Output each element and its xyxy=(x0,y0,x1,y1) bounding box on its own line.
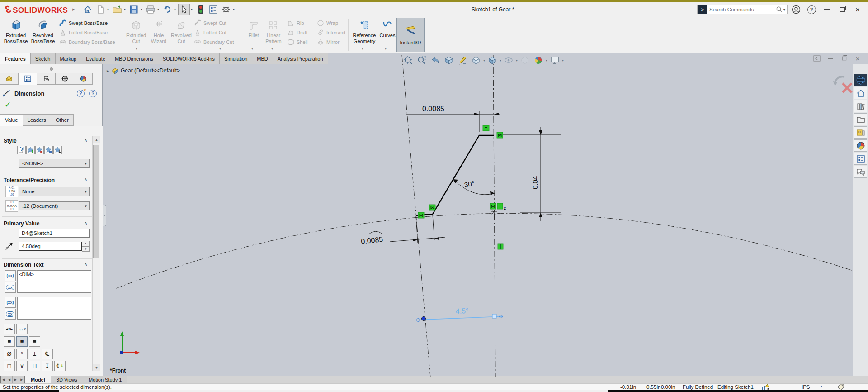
reference-geometry-button[interactable]: Reference Geometry xyxy=(350,18,379,52)
view-settings-dropdown-icon[interactable]: ▾ xyxy=(562,58,564,62)
logo-flyout-arrow[interactable]: ▸ xyxy=(72,6,75,12)
dimension-text-collapse-icon[interactable]: ∧ xyxy=(84,262,87,267)
tab-markup[interactable]: Markup xyxy=(56,53,82,64)
file-properties-button[interactable] xyxy=(208,4,219,15)
wrap-button[interactable]: Wrap xyxy=(316,19,338,28)
doc-minimize-button[interactable] xyxy=(825,54,836,63)
tolerance-section-header[interactable]: Tolerance/Precision xyxy=(4,177,55,183)
precision-dropdown[interactable]: .12 (Document)▾ xyxy=(19,201,90,210)
tab-motion-study[interactable]: Motion Study 1 xyxy=(83,376,127,383)
primary-value-section-header[interactable]: Primary Value xyxy=(4,220,39,227)
swept-boss-base-button[interactable]: Swept Boss/Base xyxy=(59,19,108,28)
revolved-cut-button[interactable]: Revolved Cut xyxy=(168,18,194,52)
cut-dropdown-icon[interactable]: ▾ xyxy=(136,47,137,51)
options-button[interactable] xyxy=(220,4,232,15)
load-style-button[interactable] xyxy=(53,146,62,154)
revolved-boss-base-button[interactable]: Revolved Boss/Base xyxy=(30,18,56,52)
save-style-button[interactable] xyxy=(44,146,53,154)
open-dropdown-icon[interactable]: ▾ xyxy=(124,7,126,11)
rebuild-button[interactable] xyxy=(195,4,207,15)
align-left-button[interactable]: ≡ xyxy=(4,336,15,347)
tolerance-collapse-icon[interactable]: ∧ xyxy=(84,177,87,182)
scroll-down-icon[interactable]: ▼ xyxy=(93,364,100,371)
breadcrumb-expand-icon[interactable]: ▸ xyxy=(107,68,109,73)
restore-button[interactable] xyxy=(835,4,849,15)
add-style-button[interactable] xyxy=(26,146,35,154)
intersect-button[interactable]: Intersect xyxy=(316,28,345,37)
tab-leaders[interactable]: Leaders xyxy=(23,114,52,126)
print-button[interactable] xyxy=(145,4,156,15)
extruded-boss-base-button[interactable]: Extruded Boss/Base xyxy=(3,18,29,52)
view-palette-button[interactable] xyxy=(854,126,867,139)
tab-other[interactable]: Other xyxy=(51,114,74,126)
primary-value-collapse-icon[interactable]: ∧ xyxy=(84,220,87,225)
panel-width-grip[interactable] xyxy=(0,64,103,73)
tolerance-dropdown[interactable]: None▾ xyxy=(19,187,90,196)
inspection-dimension-button[interactable]: xx xyxy=(5,282,16,293)
curves-dropdown-icon[interactable]: ▾ xyxy=(385,47,387,51)
doc-close-button[interactable]: × xyxy=(852,54,863,63)
insert-dimension-value-button[interactable]: ◂x▸ xyxy=(4,324,15,334)
select-tool-dropdown-icon[interactable]: ▾ xyxy=(191,7,193,11)
featuremanager-tree-tab[interactable] xyxy=(0,73,19,85)
new-document-button[interactable] xyxy=(94,4,106,15)
zoom-to-area-button[interactable] xyxy=(416,55,428,66)
tab-value[interactable]: Value xyxy=(0,114,23,126)
attach-style-button[interactable] xyxy=(17,146,26,154)
dimension-text-input-2[interactable] xyxy=(17,297,91,320)
next-tab-button[interactable]: ▶ xyxy=(13,376,19,383)
dimension-text-input[interactable]: <DIM> xyxy=(17,270,91,293)
search-icon[interactable] xyxy=(776,6,783,13)
forum-button[interactable] xyxy=(854,166,867,178)
hide-show-items-button[interactable] xyxy=(503,55,514,66)
account-button[interactable] xyxy=(789,4,803,15)
centerline-symbol-button[interactable]: ℄ xyxy=(42,349,53,359)
tab-evaluate[interactable]: Evaluate xyxy=(81,53,110,64)
apply-scene-button[interactable] xyxy=(533,55,544,66)
undo-button[interactable] xyxy=(161,4,173,15)
units-selector[interactable]: IPS xyxy=(802,384,810,390)
shell-button[interactable]: Shell xyxy=(287,38,307,47)
previous-view-button[interactable] xyxy=(429,55,441,66)
boundary-cut-dropdown-icon[interactable]: ▾ xyxy=(219,47,221,51)
help-button[interactable]: ? xyxy=(805,4,818,15)
lofted-cut-button[interactable]: Lofted Cut xyxy=(193,28,226,37)
countersink-symbol-button[interactable]: ∨ xyxy=(16,361,28,371)
fillet-button[interactable]: Fillet xyxy=(245,18,263,52)
curves-button[interactable]: Curves xyxy=(379,18,396,52)
open-button[interactable] xyxy=(111,4,123,15)
add-parenthesis-button-2[interactable]: (xx) xyxy=(5,297,16,308)
plusminus-symbol-button[interactable]: ± xyxy=(29,349,40,359)
degree-symbol-button[interactable]: ° xyxy=(16,349,28,359)
tab-3d-views[interactable]: 3D Views xyxy=(51,376,83,383)
edit-appearance-button[interactable] xyxy=(519,55,531,66)
design-library-button[interactable] xyxy=(854,100,867,112)
fillet-dropdown-icon[interactable]: ▾ xyxy=(251,47,253,51)
accept-button[interactable]: ✓ xyxy=(5,100,11,110)
instant3d-button[interactable]: Instant3D xyxy=(396,18,425,52)
cancel-sketch-button[interactable] xyxy=(843,83,852,92)
propertymanager-tab[interactable] xyxy=(19,73,37,85)
align-center-button[interactable]: ≡ xyxy=(16,336,28,347)
zoom-to-fit-button[interactable] xyxy=(402,55,414,66)
panel-splitter-handle[interactable] xyxy=(103,205,106,226)
undo-dropdown-icon[interactable]: ▾ xyxy=(174,7,176,11)
dimension-value-field[interactable]: 4.50deg xyxy=(19,242,82,251)
dimension-leader-direction-button[interactable]: ↔x xyxy=(16,324,28,334)
previous-tab-button[interactable]: ◀ xyxy=(6,376,13,383)
refgeo-dropdown-icon[interactable]: ▾ xyxy=(362,47,363,51)
rib-button[interactable]: Rib xyxy=(287,19,304,28)
counterbore-symbol-button[interactable]: ⊔ xyxy=(29,361,40,371)
hide-show-dropdown-icon[interactable]: ▾ xyxy=(516,58,518,62)
boundary-boss-base-button[interactable]: Boundary Boss/Base xyxy=(59,38,115,47)
add-parenthesis-button[interactable]: (xx) xyxy=(5,270,16,281)
close-button[interactable]: × xyxy=(851,4,864,15)
apply-scene-dropdown-icon[interactable]: ▾ xyxy=(546,58,547,62)
tab-analysis-preparation[interactable]: Analysis Preparation xyxy=(273,53,328,64)
annotation-view-button[interactable] xyxy=(457,55,468,66)
search-dropdown-icon[interactable]: ▾ xyxy=(783,8,785,12)
align-right-button[interactable]: ≡ xyxy=(29,336,40,347)
pattern-dropdown-icon[interactable]: ▾ xyxy=(271,47,273,51)
print-dropdown-icon[interactable]: ▾ xyxy=(157,7,159,11)
mirror-button[interactable]: Mirror xyxy=(316,38,340,47)
